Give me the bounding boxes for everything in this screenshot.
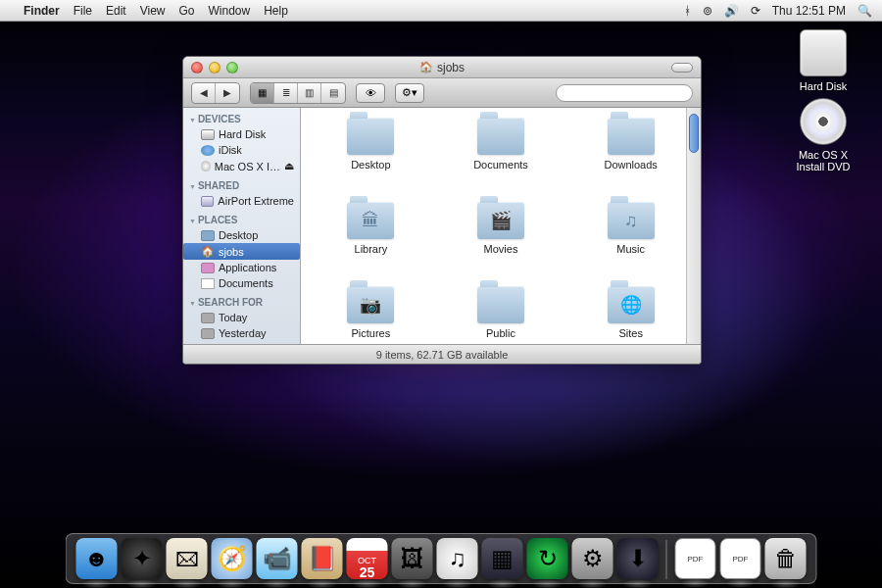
sidebar-item-documents[interactable]: Documents <box>183 275 300 291</box>
status-bar: 9 items, 62.71 GB available <box>183 344 701 364</box>
smart-icon <box>201 313 215 323</box>
traffic-lights <box>191 62 238 74</box>
sidebar-item-home[interactable]: 🏠sjobs <box>183 243 300 260</box>
dock-addressbook[interactable]: 📕 <box>302 538 343 579</box>
folder-public[interactable]: Public <box>477 286 524 344</box>
dock-timemachine[interactable]: ↻ <box>527 538 568 579</box>
folder-downloads[interactable]: Downloads <box>604 118 657 194</box>
sidebar-search-header[interactable]: SEARCH FOR <box>183 291 300 310</box>
smart-icon <box>201 328 215 339</box>
nav-forward-button[interactable]: ▶ <box>216 83 239 103</box>
folder-documents[interactable]: Documents <box>473 118 528 194</box>
folder-music[interactable]: ♫Music <box>608 202 655 278</box>
menu-go[interactable]: Go <box>179 4 195 18</box>
sidebar-item-today[interactable]: Today <box>183 310 300 325</box>
sync-icon[interactable]: ⟳ <box>751 4 760 18</box>
doc-icon <box>201 278 215 289</box>
minimize-button[interactable] <box>209 62 220 74</box>
dock-preview[interactable]: 🖼 <box>392 538 433 579</box>
volume-icon[interactable]: 🔊 <box>724 4 739 18</box>
toolbar: ◀ ▶ ▦ ≣ ▥ ▤ 👁 ⚙▾ <box>183 78 701 108</box>
hd-icon <box>201 129 215 140</box>
bluetooth-icon[interactable]: ᚼ <box>684 4 691 18</box>
folder-library[interactable]: 🏛Library <box>347 202 394 278</box>
close-button[interactable] <box>191 62 203 74</box>
folder-icon: 🏛 <box>347 202 394 239</box>
window-title: sjobs <box>437 61 465 74</box>
content-scrollbar[interactable] <box>686 108 701 344</box>
dock-finder[interactable]: ☻ <box>76 538 118 579</box>
view-icon-button[interactable]: ▦ <box>251 83 274 103</box>
action-menu-button[interactable]: ⚙▾ <box>395 83 424 103</box>
menu-edit[interactable]: Edit <box>106 4 126 18</box>
sidebar-item-hard-disk[interactable]: Hard Disk <box>183 126 300 142</box>
folder-icon <box>347 118 394 155</box>
folder-desktop[interactable]: Desktop <box>347 118 394 194</box>
zoom-button[interactable] <box>226 62 238 74</box>
sidebar-devices-header[interactable]: DEVICES <box>183 108 300 126</box>
dock-ichat[interactable]: 📹 <box>257 538 298 579</box>
nav-back-button[interactable]: ◀ <box>192 83 216 103</box>
status-text: 9 items, 62.71 GB available <box>376 349 509 361</box>
dock-safari[interactable]: 🧭 <box>212 538 253 579</box>
folder-icon <box>477 118 524 155</box>
home-icon: 🏠 <box>419 61 433 74</box>
finder-window[interactable]: 🏠 sjobs ◀ ▶ ▦ ≣ ▥ ▤ 👁 ⚙▾ DEVICES Hard Di… <box>182 56 702 365</box>
folder-icon <box>477 286 524 323</box>
sidebar: DEVICES Hard Disk iDisk Mac OS X I…⏏ SHA… <box>183 108 301 344</box>
search-input[interactable] <box>556 84 693 102</box>
folder-icon <box>608 118 655 155</box>
view-coverflow-button[interactable]: ▤ <box>321 83 345 103</box>
dvd-icon <box>800 98 847 145</box>
dock-itunes[interactable]: ♫ <box>437 538 478 579</box>
desktop-hard-disk[interactable]: Hard Disk <box>784 29 862 92</box>
menu-view[interactable]: View <box>140 4 166 18</box>
wifi-icon[interactable]: ⊚ <box>703 4 712 18</box>
menu-help[interactable]: Help <box>264 4 288 18</box>
menubar-clock[interactable]: Thu 12:51 PM <box>772 4 846 18</box>
dock-downloads[interactable]: ⬇ <box>617 538 659 579</box>
hard-disk-icon <box>800 29 847 76</box>
sidebar-places-header[interactable]: PLACES <box>183 209 300 227</box>
dock-mail[interactable]: 🖂 <box>167 538 208 579</box>
view-list-button[interactable]: ≣ <box>274 83 298 103</box>
folder-icon <box>201 230 215 241</box>
window-body: DEVICES Hard Disk iDisk Mac OS X I…⏏ SHA… <box>183 108 701 344</box>
desktop-icon-label: Hard Disk <box>784 80 862 92</box>
network-icon <box>201 196 214 207</box>
dock-pdf-1[interactable]: PDF <box>675 538 716 579</box>
sidebar-item-applications[interactable]: Applications <box>183 260 300 275</box>
scrollbar-thumb[interactable] <box>689 114 699 153</box>
eject-icon[interactable]: ⏏ <box>284 160 294 172</box>
view-segment: ▦ ≣ ▥ ▤ <box>250 82 346 104</box>
nav-segment: ◀ ▶ <box>191 82 240 104</box>
spotlight-icon[interactable]: 🔍 <box>858 4 872 18</box>
desktop-install-dvd[interactable]: Mac OS X Install DVD <box>784 98 862 172</box>
dock-dashboard[interactable]: ✦ <box>122 538 163 579</box>
sidebar-item-desktop[interactable]: Desktop <box>183 227 300 243</box>
window-titlebar[interactable]: 🏠 sjobs <box>183 57 701 78</box>
menu-window[interactable]: Window <box>209 4 251 18</box>
folder-pictures[interactable]: 📷Pictures <box>347 286 394 344</box>
folder-sites[interactable]: 🌐Sites <box>608 286 655 344</box>
dock-trash[interactable]: 🗑 <box>765 538 807 579</box>
dock: ☻ ✦ 🖂 🧭 📹 📕 OCT25 🖼 ♫ ▦ ↻ ⚙ ⬇ PDF PDF 🗑 <box>66 533 817 584</box>
menu-file[interactable]: File <box>74 4 92 18</box>
sidebar-item-yesterday[interactable]: Yesterday <box>183 325 300 341</box>
quicklook-button[interactable]: 👁 <box>356 83 385 103</box>
dock-sysprefs[interactable]: ⚙ <box>572 538 613 579</box>
sidebar-item-airport[interactable]: AirPort Extreme <box>183 193 300 209</box>
dock-ical[interactable]: OCT25 <box>347 538 388 579</box>
dock-pdf-2[interactable]: PDF <box>720 538 761 579</box>
folder-icon: 🎬 <box>477 202 524 239</box>
app-menu[interactable]: Finder <box>24 4 60 18</box>
dock-spaces[interactable]: ▦ <box>482 538 523 579</box>
dock-separator <box>666 540 667 579</box>
sidebar-item-idisk[interactable]: iDisk <box>183 142 300 158</box>
view-column-button[interactable]: ▥ <box>298 83 321 103</box>
folder-icon: 📷 <box>347 286 394 323</box>
toolbar-toggle-pill[interactable] <box>671 63 693 73</box>
sidebar-shared-header[interactable]: SHARED <box>183 174 300 193</box>
folder-movies[interactable]: 🎬Movies <box>477 202 524 278</box>
sidebar-item-install-dvd[interactable]: Mac OS X I…⏏ <box>183 158 300 174</box>
